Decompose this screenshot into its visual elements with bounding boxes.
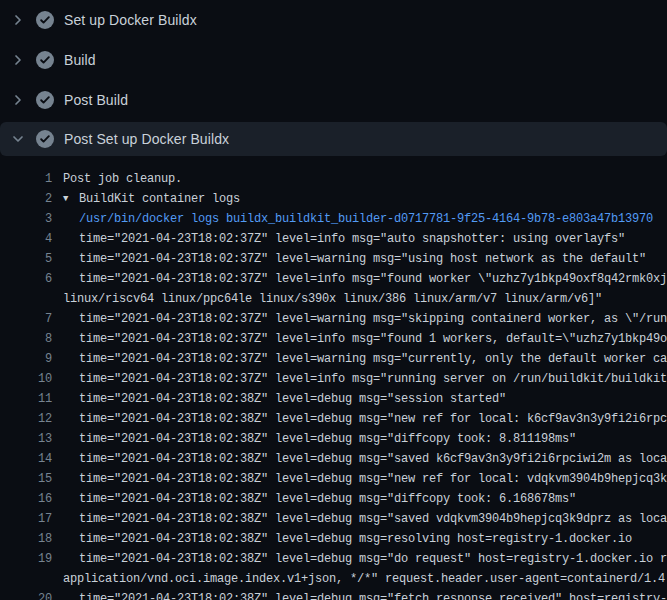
log-line-text: time="2021-04-23T18:02:37Z" level=warnin…: [52, 349, 667, 369]
log-line-text: linux/riscv64 linux/ppc64le linux/s390x …: [52, 289, 602, 309]
step-header-set-up-docker-buildx[interactable]: Set up Docker Buildx: [0, 0, 667, 40]
check-circle-icon: [36, 91, 54, 109]
log-line-text: time="2021-04-23T18:02:38Z" level=debug …: [52, 589, 667, 600]
group-collapse-icon[interactable]: ▼: [63, 189, 79, 209]
log-viewer: 1 Post job cleanup. 2 ▼BuildKit containe…: [0, 169, 667, 600]
log-line-number[interactable]: 12: [0, 409, 52, 429]
log-line-text: time="2021-04-23T18:02:37Z" level=info m…: [52, 269, 667, 289]
log-line: 13 time="2021-04-23T18:02:38Z" level=deb…: [0, 429, 667, 449]
actions-log-page: { "colors": { "background": "#0a0d13", "…: [0, 0, 667, 600]
log-line-number[interactable]: 17: [0, 509, 52, 529]
step-header-build[interactable]: Build: [0, 40, 667, 80]
log-line-number[interactable]: 11: [0, 389, 52, 409]
log-line-text: time="2021-04-23T18:02:38Z" level=debug …: [52, 509, 667, 529]
log-line-text: /usr/bin/docker logs buildx_buildkit_bui…: [52, 209, 653, 229]
step-label: Post Build: [64, 92, 128, 108]
steps-list: Set up Docker Buildx Build Post Build Po…: [0, 0, 667, 156]
step-header-post-set-up-docker-buildx[interactable]: Post Set up Docker Buildx: [0, 122, 667, 156]
log-line-text: application/vnd.oci.image.index.v1+json,…: [52, 569, 667, 589]
log-line: application/vnd.oci.image.index.v1+json,…: [0, 569, 667, 589]
log-line-text: time="2021-04-23T18:02:37Z" level=warnin…: [52, 309, 667, 329]
log-line: 11 time="2021-04-23T18:02:38Z" level=deb…: [0, 389, 667, 409]
chevron-right-icon: [10, 92, 26, 108]
log-line-text: time="2021-04-23T18:02:38Z" level=debug …: [52, 469, 667, 489]
log-line-number[interactable]: 3: [0, 209, 52, 229]
log-line: 14 time="2021-04-23T18:02:38Z" level=deb…: [0, 449, 667, 469]
log-line-number[interactable]: 14: [0, 449, 52, 469]
log-line-number[interactable]: 8: [0, 329, 52, 349]
log-line: linux/riscv64 linux/ppc64le linux/s390x …: [0, 289, 667, 309]
log-line-text: time="2021-04-23T18:02:38Z" level=debug …: [52, 549, 667, 569]
log-line-number[interactable]: 5: [0, 249, 52, 269]
log-line: 2 ▼BuildKit container logs: [0, 189, 667, 209]
log-line-text: time="2021-04-23T18:02:38Z" level=debug …: [52, 449, 667, 469]
chevron-right-icon: [10, 52, 26, 68]
log-line-text: time="2021-04-23T18:02:37Z" level=info m…: [52, 329, 667, 349]
log-line-text[interactable]: ▼BuildKit container logs: [52, 189, 240, 209]
log-line-text: time="2021-04-23T18:02:37Z" level=info m…: [52, 229, 625, 249]
log-line-number[interactable]: 9: [0, 349, 52, 369]
log-line-number[interactable]: 20: [0, 589, 52, 600]
step-header-post-build[interactable]: Post Build: [0, 80, 667, 120]
log-line-number[interactable]: 6: [0, 269, 52, 289]
log-line-number[interactable]: 1: [0, 169, 52, 189]
log-line-text: time="2021-04-23T18:02:37Z" level=warnin…: [52, 249, 646, 269]
log-line: 3 /usr/bin/docker logs buildx_buildkit_b…: [0, 209, 667, 229]
log-line: 6 time="2021-04-23T18:02:37Z" level=info…: [0, 269, 667, 289]
log-line: 5 time="2021-04-23T18:02:37Z" level=warn…: [0, 249, 667, 269]
chevron-right-icon: [10, 12, 26, 28]
log-line: 19 time="2021-04-23T18:02:38Z" level=deb…: [0, 549, 667, 569]
check-circle-icon: [36, 130, 54, 148]
log-line-text: time="2021-04-23T18:02:38Z" level=debug …: [52, 389, 506, 409]
log-line: 16 time="2021-04-23T18:02:38Z" level=deb…: [0, 489, 667, 509]
log-line-number: [0, 569, 52, 589]
log-line: 17 time="2021-04-23T18:02:38Z" level=deb…: [0, 509, 667, 529]
log-line-number[interactable]: 7: [0, 309, 52, 329]
log-line-text: Post job cleanup.: [52, 169, 182, 189]
log-line: 8 time="2021-04-23T18:02:37Z" level=info…: [0, 329, 667, 349]
log-line-number[interactable]: 18: [0, 529, 52, 549]
log-line-number[interactable]: 2: [0, 189, 52, 209]
chevron-down-icon: [10, 131, 26, 147]
log-line: 10 time="2021-04-23T18:02:37Z" level=inf…: [0, 369, 667, 389]
check-circle-icon: [36, 51, 54, 69]
log-line: 4 time="2021-04-23T18:02:37Z" level=info…: [0, 229, 667, 249]
log-line-number[interactable]: 19: [0, 549, 52, 569]
step-label: Post Set up Docker Buildx: [64, 131, 229, 147]
log-line: 20 time="2021-04-23T18:02:38Z" level=deb…: [0, 589, 667, 600]
log-line-text: time="2021-04-23T18:02:38Z" level=debug …: [52, 409, 667, 429]
check-circle-icon: [36, 11, 54, 29]
log-line: 18 time="2021-04-23T18:02:38Z" level=deb…: [0, 529, 667, 549]
log-line: 1 Post job cleanup.: [0, 169, 667, 189]
log-line-number[interactable]: 10: [0, 369, 52, 389]
log-line-text: time="2021-04-23T18:02:38Z" level=debug …: [52, 489, 576, 509]
step-label: Set up Docker Buildx: [64, 12, 197, 28]
log-line: 9 time="2021-04-23T18:02:37Z" level=warn…: [0, 349, 667, 369]
step-label: Build: [64, 52, 96, 68]
log-line-number[interactable]: 15: [0, 469, 52, 489]
log-line-text: time="2021-04-23T18:02:38Z" level=debug …: [52, 429, 576, 449]
log-line-text: time="2021-04-23T18:02:38Z" level=debug …: [52, 529, 632, 549]
log-line: 12 time="2021-04-23T18:02:38Z" level=deb…: [0, 409, 667, 429]
log-line: 15 time="2021-04-23T18:02:38Z" level=deb…: [0, 469, 667, 489]
log-line-number[interactable]: 4: [0, 229, 52, 249]
log-line-number[interactable]: 13: [0, 429, 52, 449]
log-line: 7 time="2021-04-23T18:02:37Z" level=warn…: [0, 309, 667, 329]
log-line-text: time="2021-04-23T18:02:37Z" level=info m…: [52, 369, 667, 389]
log-line-number: [0, 289, 52, 309]
log-line-number[interactable]: 16: [0, 489, 52, 509]
